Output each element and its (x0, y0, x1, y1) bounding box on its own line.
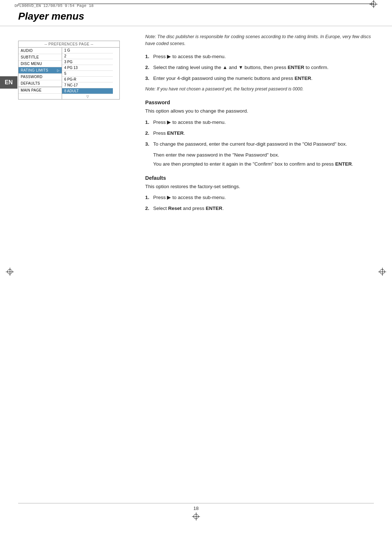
password-step-2-text: Press ENTER. (153, 130, 185, 137)
defaults-step-2: 2. Select Reset and press ENTER. (145, 205, 374, 212)
defaults-step-2-text: Select Reset and press ENTER. (153, 205, 224, 212)
note-inline: Note: If you have not chosen a password … (145, 86, 374, 92)
left-column: -- PREFERENCES PAGE -- AUDIO SUBTITLE DI… (18, 33, 134, 216)
rating-6pgr: 6 PG-R (62, 77, 113, 82)
rating-4pg13: 4 PG 13 (62, 65, 113, 71)
rating-3pg: 3 PG (62, 59, 113, 65)
step-top-1: 1. Press ▶ to access the sub-menu. (145, 53, 374, 60)
password-heading: Password (145, 100, 374, 105)
password-step-3-cont2: You are then prompted to enter it again … (153, 161, 374, 168)
page-title: Player menus (18, 11, 84, 22)
password-step-3-text: To change the password, enter the curren… (153, 141, 347, 148)
menu-header: -- PREFERENCES PAGE -- (19, 41, 119, 48)
step-top-3-text: Enter your 4-digit password using the nu… (153, 75, 313, 82)
menu-item-defaults: DEFAULTS (19, 80, 62, 87)
top-note: Note: The disc publisher is responsible … (145, 33, 374, 47)
password-step-1-text: Press ▶ to access the sub-menu. (153, 119, 226, 126)
step-top-2-text: Select the rating level using the ▲ and … (153, 64, 328, 71)
header-meta: DPL906VD_EN 12/08/05 9:54 Page 18 (15, 4, 94, 8)
preferences-menu: -- PREFERENCES PAGE -- AUDIO SUBTITLE DI… (18, 41, 120, 100)
right-column: Note: The disc publisher is responsible … (145, 33, 374, 216)
bottom-reg-center (0, 512, 392, 520)
defaults-step-1: 1. Press ▶ to access the sub-menu. (145, 194, 374, 201)
page-number: 18 (0, 503, 392, 511)
password-step-2: 2. Press ENTER. (145, 130, 374, 137)
rating-2: 2 (62, 53, 113, 59)
step-top-3: 3. Enter your 4-digit password using the… (145, 75, 374, 82)
menu-item-password: PASSWORD (19, 74, 62, 80)
side-reg-right (378, 268, 386, 276)
step-top-1-text: Press ▶ to access the sub-menu. (153, 53, 226, 60)
rating-5: 5 (62, 71, 113, 77)
side-reg-left (6, 268, 14, 276)
menu-left-panel: AUDIO SUBTITLE DISC MENU RATING LIMITS ▷… (19, 48, 62, 99)
rating-scroll-down: ▽ (62, 94, 113, 99)
defaults-heading: Defaults (145, 175, 374, 181)
menu-item-subtitle: SUBTITLE (19, 54, 62, 61)
en-badge: EN (0, 76, 17, 89)
bottom-area: 18 (0, 503, 392, 520)
menu-item-audio: AUDIO (19, 48, 62, 54)
password-step-3: 3. To change the password, enter the cur… (145, 141, 374, 148)
top-reg-right (369, 0, 377, 8)
menu-item-main-page: MAIN PAGE (19, 87, 62, 94)
rating-8adult: 8 ADULT (62, 88, 113, 94)
menu-item-rating-limits: RATING LIMITS ▷ (19, 67, 62, 74)
defaults-step-1-text: Press ▶ to access the sub-menu. (153, 194, 226, 201)
rating-1g: 1 G (62, 48, 113, 53)
menu-item-disc-menu: DISC MENU (19, 61, 62, 67)
password-intro: This option allows you to change the pas… (145, 108, 374, 115)
step-top-2: 2. Select the rating level using the ▲ a… (145, 64, 374, 71)
rating-7nc17: 7 NC-17 (62, 82, 113, 88)
main-content: -- PREFERENCES PAGE -- AUDIO SUBTITLE DI… (0, 33, 392, 216)
rating-limits-arrow: ▷ (57, 69, 60, 72)
menu-body: AUDIO SUBTITLE DISC MENU RATING LIMITS ▷… (19, 48, 119, 99)
defaults-intro: This option restores the factory-set set… (145, 183, 374, 190)
password-step-1: 1. Press ▶ to access the sub-menu. (145, 119, 374, 126)
menu-right-panel: 1 G 2 3 PG 4 PG 13 5 6 PG-R 7 NC-17 8 AD… (62, 48, 113, 99)
password-step-3-cont1: Then enter the new password in the "New … (153, 151, 374, 159)
